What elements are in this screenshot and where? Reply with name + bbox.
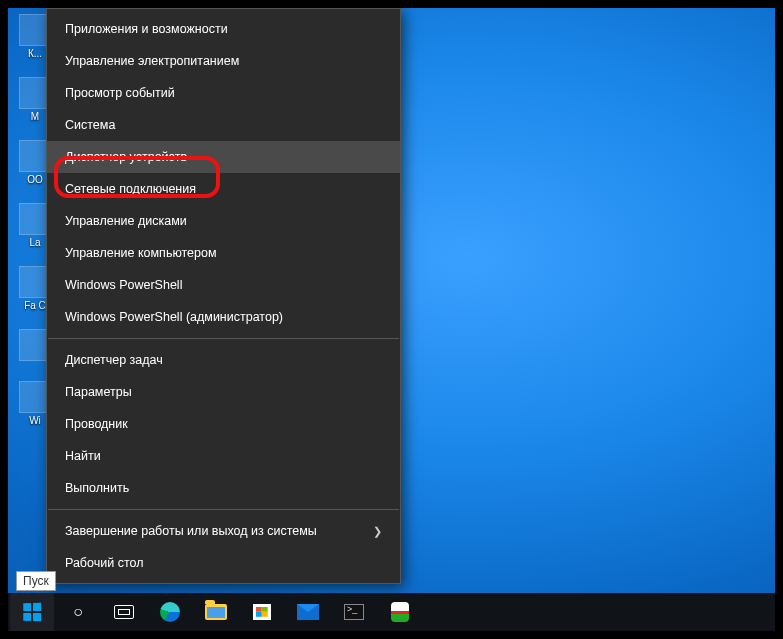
store-icon [253, 604, 271, 620]
taskbar-app-mail[interactable] [286, 593, 330, 631]
winx-menu-item-label: Выполнить [65, 481, 129, 495]
winx-menu-item-label: Просмотр событий [65, 86, 175, 100]
winx-menu-item[interactable]: Управление электропитанием [47, 45, 400, 77]
winx-menu-item[interactable]: Параметры [47, 376, 400, 408]
winx-menu-item-label: Windows PowerShell [65, 278, 182, 292]
winx-menu-item[interactable]: Рабочий стол [47, 547, 400, 579]
taskbar-app-generic[interactable] [378, 593, 422, 631]
winx-menu-item[interactable]: Система [47, 109, 400, 141]
winx-menu-item[interactable]: Windows PowerShell [47, 269, 400, 301]
winx-menu-item[interactable]: Выполнить [47, 472, 400, 504]
search-button[interactable] [56, 593, 100, 631]
winx-context-menu[interactable]: Приложения и возможностиУправление элект… [46, 8, 401, 584]
winx-menu-item[interactable]: Проводник [47, 408, 400, 440]
taskbar-app-edge[interactable] [148, 593, 192, 631]
taskview-button[interactable] [102, 593, 146, 631]
menu-separator [48, 509, 399, 510]
winx-menu-item-label: Сетевые подключения [65, 182, 196, 196]
mail-icon [297, 604, 319, 620]
winx-menu-item[interactable]: Приложения и возможности [47, 13, 400, 45]
winx-menu-item[interactable]: Завершение работы или выход из системы❯ [47, 515, 400, 547]
taskbar-app-cmd[interactable] [332, 593, 376, 631]
desktop-frame: К... M OO La Fa C Wi Приложения и возмож… [8, 8, 775, 631]
taskbar-app-explorer[interactable] [194, 593, 238, 631]
start-button[interactable] [10, 593, 54, 631]
winx-menu-item[interactable]: Найти [47, 440, 400, 472]
winx-menu-item-label: Рабочий стол [65, 556, 143, 570]
winx-menu-item-label: Управление электропитанием [65, 54, 239, 68]
taskbar [8, 593, 775, 631]
menu-separator [48, 338, 399, 339]
winx-menu-item-label: Параметры [65, 385, 132, 399]
search-icon [73, 603, 83, 621]
winx-menu-item-label: Управление дисками [65, 214, 187, 228]
winx-menu-item-label: Диспетчер устройств [65, 150, 187, 164]
windows-logo-icon [23, 603, 41, 621]
winx-menu-item[interactable]: Просмотр событий [47, 77, 400, 109]
winx-menu-item[interactable]: Windows PowerShell (администратор) [47, 301, 400, 333]
taskview-icon [114, 605, 134, 619]
edge-icon [160, 602, 180, 622]
winx-menu-item[interactable]: Диспетчер задач [47, 344, 400, 376]
start-tooltip: Пуск [16, 571, 56, 591]
terminal-icon [344, 604, 364, 620]
folder-icon [205, 604, 227, 620]
winx-menu-item[interactable]: Сетевые подключения [47, 173, 400, 205]
winx-menu-item-label: Windows PowerShell (администратор) [65, 310, 283, 324]
winx-menu-item-label: Завершение работы или выход из системы [65, 524, 317, 538]
chevron-right-icon: ❯ [373, 525, 382, 538]
winx-menu-item-label: Проводник [65, 417, 128, 431]
winx-menu-item[interactable]: Управление дисками [47, 205, 400, 237]
winx-menu-item-label: Диспетчер задач [65, 353, 163, 367]
app-icon [391, 602, 409, 622]
winx-menu-item-label: Система [65, 118, 115, 132]
taskbar-app-store[interactable] [240, 593, 284, 631]
winx-menu-item[interactable]: Диспетчер устройств [47, 141, 400, 173]
winx-menu-item-label: Найти [65, 449, 101, 463]
winx-menu-item-label: Управление компьютером [65, 246, 217, 260]
winx-menu-item-label: Приложения и возможности [65, 22, 228, 36]
winx-menu-item[interactable]: Управление компьютером [47, 237, 400, 269]
